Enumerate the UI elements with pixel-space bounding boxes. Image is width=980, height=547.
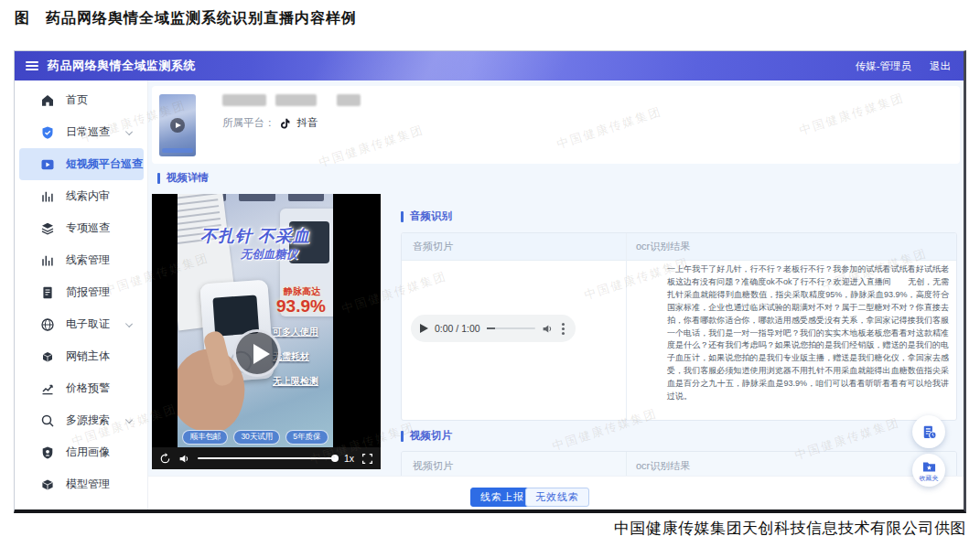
chevron-down-icon [125, 320, 133, 327]
sidebar-item-6[interactable]: 线索管理 [19, 244, 144, 276]
seek-bar[interactable] [198, 457, 337, 459]
image-credit: 中国健康传媒集团天创科技信息技术有限公司供图 [614, 518, 966, 539]
audio-play-icon[interactable] [420, 324, 428, 333]
sidebar-item-10[interactable]: 价格预警 [19, 372, 144, 404]
section-video-slice: 视频切片 [401, 429, 452, 443]
platform-row: 所属平台： 抖音 [222, 116, 318, 130]
sidebar-item-9[interactable]: 网销主体 [19, 340, 144, 372]
section-audio-recognition: 音频识别 [401, 209, 452, 223]
credit-badge-icon [40, 445, 55, 460]
bar-chart-icon [40, 253, 55, 268]
globe-icon [40, 317, 55, 332]
app-title: 药品网络舆情全域监测系统 [48, 51, 196, 80]
chevron-down-icon [125, 416, 133, 424]
sidebar-item-13[interactable]: 模型管理 [19, 468, 144, 500]
accuracy-value: 93.9% [276, 296, 326, 316]
replay-icon[interactable] [159, 453, 171, 465]
promo-badge: 30天试用 [233, 430, 280, 445]
audio-volume-icon[interactable] [542, 323, 554, 335]
promo-badge: 5年质保 [285, 430, 328, 445]
video-play-icon [40, 157, 55, 172]
feature-item: 无上限检测 [273, 375, 318, 388]
douyin-icon [280, 117, 293, 130]
invalid-clue-button[interactable]: 无效线索 [525, 488, 589, 507]
sidebar-item-label: 价格预警 [66, 381, 110, 396]
sidebar-item-8[interactable]: 电子取证 [19, 308, 144, 340]
audio-time: 0:00 / 1:00 [435, 323, 480, 334]
column-ocr-result: ocr识别结果 [626, 233, 956, 260]
sidebar-item-label: 专项巡查 [66, 220, 110, 236]
video-summary-card: 所属平台： 抖音 [152, 86, 960, 164]
document-icon [40, 285, 55, 300]
overlay-title: 不扎针 不采血 [178, 225, 333, 247]
sidebar-item-label: 线索内审 [66, 188, 110, 204]
audio-table: 音频切片 ocr识别结果 0:00 / 1:00 一上午我干了好几针，行不行？老… [401, 232, 957, 421]
video-player: 不扎针 不采血 无创血糖仪 静脉高达 93.9% 可多人使用 无需耗材 无上限检… [152, 194, 381, 469]
sidebar-item-label: 短视频平台巡查 [66, 156, 143, 172]
sidebar-nav: 首页日常巡查短视频平台巡查线索内审专项巡查线索管理简报管理电子取证网销主体价格预… [15, 80, 148, 509]
player-controls: 1x [152, 447, 381, 469]
fullscreen-icon[interactable] [361, 453, 373, 465]
user-role-label: 传媒-管理员 [856, 60, 911, 71]
platform-name: 抖音 [297, 116, 318, 130]
audio-menu-icon[interactable] [560, 321, 566, 337]
sidebar-item-4[interactable]: 线索内审 [19, 180, 144, 212]
chevron-down-icon [125, 128, 133, 135]
overlay-subtitle: 无创血糖仪 [205, 247, 333, 263]
shield-check-icon [40, 125, 55, 140]
sidebar-item-12[interactable]: 信用画像 [19, 436, 144, 468]
video-thumbnail[interactable] [159, 94, 196, 156]
figure-caption: 图 药品网络舆情全域监测系统识别直播内容样例 [15, 9, 357, 28]
redacted-title-block [222, 94, 266, 106]
platform-label: 所属平台： [222, 116, 275, 130]
ocr-result-text: 一上午我干了好几针，行不行？老板行不行？我参加的试纸看试纸看好试纸老板这边有没有… [667, 263, 949, 403]
app-window: 中国健康传媒集团中国健康传媒集团中国健康传媒集团中国健康传媒集团中国健康传媒集团… [14, 50, 966, 513]
redacted-title-block [275, 94, 317, 106]
sidebar-item-label: 线索管理 [66, 252, 110, 268]
sidebar-item-3[interactable]: 短视频平台巡查 [19, 148, 144, 180]
favorites-button[interactable]: 收藏夹 [912, 454, 945, 487]
sidebar-item-7[interactable]: 简报管理 [19, 276, 144, 308]
logout-button[interactable]: 退出 [930, 60, 951, 71]
sidebar-item-label: 多源搜索 [66, 413, 110, 428]
play-icon [170, 118, 185, 133]
sidebar-item-label: 简报管理 [66, 284, 110, 300]
sidebar-item-2[interactable]: 日常巡查 [19, 116, 144, 148]
sidebar-item-label: 电子取证 [66, 316, 110, 332]
home-icon [40, 93, 55, 108]
sidebar-item-label: 网销主体 [66, 349, 110, 364]
menu-icon[interactable] [26, 61, 38, 70]
play-button[interactable] [233, 329, 281, 377]
feature-list: 可多人使用 无需耗材 无上限检测 [273, 326, 318, 400]
folder-star-icon [921, 459, 937, 475]
trend-icon [40, 381, 55, 396]
audio-seek-bar[interactable] [487, 327, 535, 329]
main-content: 所属平台： 抖音 视频详情 不扎针 不采血 无创血糖仪 静脉高达 [148, 80, 964, 509]
sidebar-item-label: 信用画像 [66, 445, 110, 460]
search-icon [40, 413, 55, 428]
section-video-detail: 视频详情 [157, 171, 209, 185]
app-header: 药品网络舆情全域监测系统 传媒-管理员退出 [15, 51, 964, 80]
column-audio-slice: 音频切片 [402, 233, 626, 260]
sidebar-item-label: 模型管理 [66, 477, 110, 492]
volume-icon[interactable] [178, 453, 190, 465]
promo-badge: 顺丰包邮 [182, 430, 228, 445]
report-export-button[interactable] [912, 415, 945, 448]
audio-table-header: 音频切片 ocr识别结果 [402, 233, 956, 261]
document-clock-icon [921, 424, 937, 440]
video-frame: 不扎针 不采血 无创血糖仪 静脉高达 93.9% 可多人使用 无需耗材 无上限检… [178, 194, 333, 447]
sidebar-item-label: 首页 [66, 92, 88, 108]
playback-speed[interactable]: 1x [344, 453, 354, 464]
bar-chart-icon [40, 189, 55, 204]
audio-player: 0:00 / 1:00 [411, 315, 576, 342]
sidebar-item-1[interactable]: 首页 [19, 84, 144, 116]
sidebar-item-11[interactable]: 多源搜索 [19, 404, 144, 436]
cube-icon [40, 477, 55, 492]
sidebar-item-5[interactable]: 专项巡查 [19, 212, 144, 244]
redacted-title-block [337, 94, 361, 106]
layers-icon [40, 221, 55, 236]
page: 图 药品网络舆情全域监测系统识别直播内容样例 中国健康传媒集团中国健康传媒集团中… [0, 0, 980, 547]
favorites-label: 收藏夹 [920, 475, 939, 482]
promo-badges: 顺丰包邮 30天试用 5年质保 [178, 430, 333, 445]
box-icon [40, 349, 55, 364]
